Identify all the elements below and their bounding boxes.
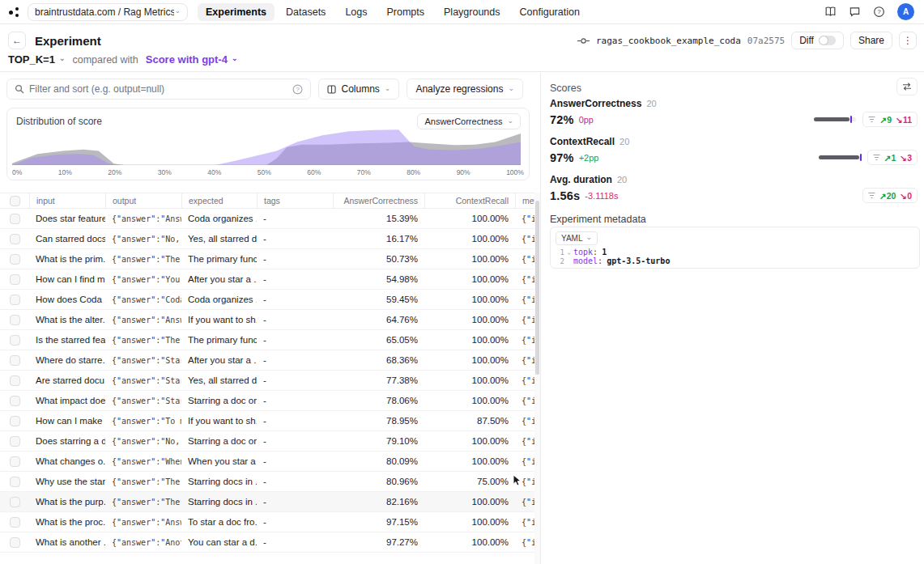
cell-answer-correctness[interactable]: 64.76%: [333, 310, 424, 329]
user-avatar[interactable]: A: [897, 3, 914, 20]
cell-metadata[interactable]: {"id: [515, 249, 534, 269]
cell-context-recall[interactable]: 100.00%: [424, 310, 515, 329]
cell-context-recall[interactable]: 100.00%: [424, 330, 515, 350]
column-header-ContextRecall[interactable]: ContextRecall: [424, 193, 515, 208]
cell-context-recall[interactable]: 100.00%: [424, 229, 515, 248]
table-row[interactable]: How does Coda ...{"answer":"Coda...Coda …: [0, 290, 534, 310]
cell-output[interactable]: {"answer":"Answ...: [105, 209, 181, 228]
cell-output[interactable]: {"answer":"When...: [105, 452, 181, 471]
cell-metadata[interactable]: {"id: [515, 229, 534, 248]
cell-tags[interactable]: -: [257, 532, 333, 552]
cell-output[interactable]: {"answer":"Answ...: [105, 310, 181, 329]
cell-tags[interactable]: -: [257, 310, 333, 329]
cell-input[interactable]: Is the starred fea...: [29, 330, 105, 350]
filter-bar[interactable]: ?: [6, 78, 311, 100]
row-checkbox-box[interactable]: [10, 315, 20, 325]
cell-input[interactable]: How does Coda ...: [29, 290, 105, 309]
cell-answer-correctness[interactable]: 97.27%: [333, 532, 424, 552]
row-checkbox-box[interactable]: [10, 396, 20, 406]
cell-tags[interactable]: -: [257, 391, 333, 410]
row-checkbox-box[interactable]: [10, 517, 20, 528]
row-checkbox-box[interactable]: [10, 375, 20, 386]
improvements-regressions-badge[interactable]: ↗9↘11: [862, 112, 918, 127]
cell-input[interactable]: [29, 553, 105, 564]
cell-context-recall[interactable]: 100.00%: [424, 269, 515, 289]
table-row[interactable]: Does star feature...{"answer":"Answ...Co…: [0, 209, 534, 229]
table-row[interactable]: Why use the star...{"answer":"The ...Sta…: [0, 472, 534, 492]
column-header-checkbox[interactable]: [0, 193, 29, 208]
cell-expected[interactable]: The primary func...: [181, 330, 257, 350]
base-experiment-dropdown[interactable]: TOP_K=1⌄: [8, 53, 65, 66]
cell-answer-correctness[interactable]: [333, 553, 424, 564]
cell-expected[interactable]: When you star a ...: [181, 452, 257, 471]
cell-metadata[interactable]: {"id: [515, 371, 534, 390]
cell-output[interactable]: {"answer":"The ...: [105, 330, 181, 350]
cell-input[interactable]: Are starred docu...: [29, 371, 105, 390]
row-checkbox-box[interactable]: [10, 355, 20, 366]
row-checkbox-box[interactable]: [10, 537, 20, 548]
cell-context-recall[interactable]: [424, 553, 515, 564]
cell-tags[interactable]: -: [257, 411, 333, 430]
cell-output[interactable]: {"answer":"The ...: [105, 472, 181, 491]
cell-answer-correctness[interactable]: 59.45%: [333, 290, 424, 309]
scrollbar-thumb[interactable]: [535, 201, 539, 375]
docs-book-icon[interactable]: [824, 6, 837, 18]
select-all-checkbox[interactable]: [10, 196, 20, 206]
table-row[interactable]: How can I make ...{"answer":"To m...If y…: [0, 411, 534, 431]
cell-output[interactable]: {"answer":"The ...: [105, 249, 181, 269]
cell-output[interactable]: {"answer":"No, ...: [105, 431, 181, 451]
cell-input[interactable]: What impact doe...: [29, 391, 105, 410]
cell-answer-correctness[interactable]: 82.16%: [333, 492, 424, 511]
cell-expected[interactable]: To star a doc fro...: [181, 512, 257, 532]
columns-button[interactable]: Columns ⌄: [318, 78, 399, 100]
cell-input[interactable]: Where do starre...: [29, 350, 105, 370]
cell-answer-correctness[interactable]: 80.09%: [333, 452, 424, 471]
cell-metadata[interactable]: {"id: [515, 532, 534, 552]
cell-context-recall[interactable]: 100.00%: [424, 290, 515, 309]
cell-metadata[interactable]: {"id: [515, 269, 534, 289]
tab-playgrounds[interactable]: Playgrounds: [436, 3, 509, 21]
cell-expected[interactable]: If you want to sh...: [181, 310, 257, 329]
cell-expected[interactable]: Coda organizes ...: [181, 209, 257, 228]
column-header-tags[interactable]: tags: [257, 193, 333, 208]
row-checkbox-box[interactable]: [10, 234, 20, 244]
filter-input[interactable]: [29, 83, 287, 95]
cell-answer-correctness[interactable]: 78.06%: [333, 391, 424, 410]
cell-context-recall[interactable]: 100.00%: [424, 209, 515, 228]
table-row[interactable]: Where do starre...{"answer":"Star...Afte…: [0, 350, 534, 371]
cell-tags[interactable]: -: [257, 452, 333, 471]
cell-metadata[interactable]: {"id: [515, 209, 534, 228]
cell-tags[interactable]: -: [257, 371, 333, 390]
cell-context-recall[interactable]: 100.00%: [424, 492, 515, 511]
table-row[interactable]: [0, 553, 534, 564]
cell-output[interactable]: {"answer":"To m...: [105, 411, 181, 430]
table-row[interactable]: Does starring a d...{"answer":"No, ...St…: [0, 431, 534, 452]
comparison-experiment-dropdown[interactable]: Score with gpt-4⌄: [146, 53, 238, 66]
cell-input[interactable]: What is the purp...: [29, 492, 105, 511]
cell-tags[interactable]: -: [257, 249, 333, 269]
table-row[interactable]: What is the prim...{"answer":"The ...The…: [0, 249, 534, 269]
column-header-output[interactable]: output: [105, 193, 181, 208]
row-checkbox-box[interactable]: [10, 295, 20, 305]
cell-metadata[interactable]: {"id: [515, 492, 534, 511]
cell-input[interactable]: What is another ...: [29, 532, 105, 552]
cell-tags[interactable]: -: [257, 431, 333, 451]
scores-settings-button[interactable]: [896, 78, 918, 95]
cell-tags[interactable]: -: [257, 269, 333, 289]
share-button[interactable]: Share: [850, 32, 892, 49]
cell-metadata[interactable]: {"id: [515, 452, 534, 471]
cell-metadata[interactable]: {"id: [515, 431, 534, 451]
cell-answer-correctness[interactable]: 68.36%: [333, 350, 424, 370]
row-checkbox-box[interactable]: [10, 416, 20, 426]
cell-metadata[interactable]: {"id: [515, 330, 534, 350]
table-row[interactable]: What is the purp...{"answer":"The ...Sta…: [0, 492, 534, 512]
improvements-regressions-badge[interactable]: ↗20↘0: [862, 188, 918, 203]
table-row[interactable]: Is the starred fea...{"answer":"The ...T…: [0, 330, 534, 350]
cell-input[interactable]: Does star feature...: [29, 209, 105, 228]
more-menu-button[interactable]: ⋮: [899, 32, 917, 49]
cell-context-recall[interactable]: 100.00%: [424, 350, 515, 370]
table-row[interactable]: What is another ...{"answer":"Anot...You…: [0, 532, 534, 553]
cell-expected[interactable]: Yes, all starred d...: [181, 371, 257, 390]
cell-tags[interactable]: -: [257, 290, 333, 309]
cell-metadata[interactable]: {"id: [515, 310, 534, 329]
